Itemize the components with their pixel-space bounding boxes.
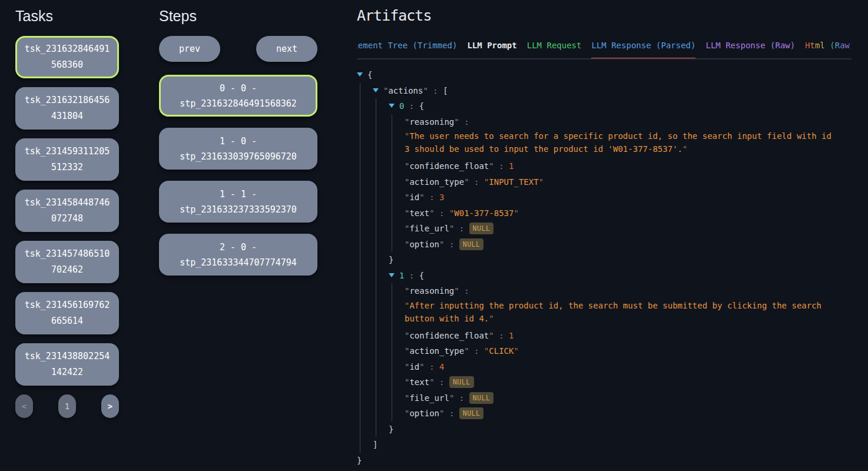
json-property-row: "action_type" : "INPUT_TEXT" — [405, 174, 852, 190]
json-property-row: "reasoning" : "After inputting the produ… — [405, 283, 852, 325]
json-number-value: 4 — [439, 362, 444, 372]
steps-prev-button[interactable]: prev — [159, 36, 220, 62]
tab-llm-response-parsed[interactable]: LLM Response (Parsed) — [591, 40, 695, 59]
json-key: "text" — [405, 208, 435, 218]
json-colon: : — [459, 117, 469, 127]
json-close-brace: ] — [373, 440, 377, 449]
page-number-button[interactable]: 1 — [58, 394, 76, 418]
json-null-badge: NULL — [449, 376, 474, 388]
json-number-value: 1 — [509, 331, 513, 340]
steps-nav: prev next — [159, 36, 317, 62]
json-colon: : — [494, 161, 509, 171]
json-node-row: { — [357, 67, 852, 83]
json-key: "file_url" — [405, 224, 454, 233]
task-button[interactable]: tsk_231632846491568360 — [15, 36, 119, 78]
step-button[interactable]: 0 - 0 - stp_231632846491568362 — [159, 75, 317, 117]
json-property-row: "text" : "W01-377-8537" — [405, 205, 852, 221]
steps-panel: Steps prev next 0 - 0 - stp_231632846491… — [159, 7, 317, 287]
task-button[interactable]: tsk_231457486510702462 — [15, 241, 119, 283]
json-close-brace: } — [389, 255, 393, 264]
tab-html-raw[interactable]: Html (Raw) — [805, 40, 852, 59]
expander-icon[interactable] — [373, 88, 379, 92]
json-null-badge: NULL — [469, 392, 494, 404]
json-open-brace: [ — [443, 86, 448, 95]
expander-icon[interactable] — [357, 72, 363, 77]
json-null-badge: NULL — [459, 238, 484, 250]
json-property-row: "id" : 3 — [405, 190, 852, 205]
task-button[interactable]: tsk_231458448746072748 — [15, 190, 119, 232]
page-next-button[interactable]: > — [101, 394, 119, 418]
json-key: "file_url" — [405, 393, 454, 403]
json-string-value: "CLICK" — [484, 346, 519, 356]
step-button[interactable]: 1 - 1 - stp_231633237333592370 — [159, 181, 317, 223]
json-key: "action_type" — [405, 177, 469, 187]
json-close-brace: } — [357, 456, 362, 465]
json-property-row: "confidence_float" : 1 — [405, 158, 852, 174]
artifacts-tabs: Element Tree (Trimmed)LLM PromptLLM Requ… — [357, 40, 852, 59]
json-colon: : — [404, 271, 419, 280]
task-button[interactable]: tsk_231459311205512332 — [15, 138, 119, 181]
tasks-panel: Tasks tsk_231632846491568360tsk_23163218… — [15, 7, 119, 418]
json-colon: : — [425, 362, 439, 372]
artifacts-title: Artifacts — [357, 7, 852, 25]
json-colon: : — [454, 393, 469, 403]
json-colon: : — [425, 193, 439, 202]
json-property-row: "text" : NULL — [405, 374, 852, 390]
json-colon: : — [444, 240, 459, 249]
json-node-close-row: ] — [373, 437, 852, 453]
json-number-value: 3 — [439, 193, 444, 202]
task-button[interactable]: tsk_231632186456431804 — [15, 87, 119, 130]
json-node-row: 1 : { — [389, 268, 852, 284]
json-number-value: 1 — [509, 161, 513, 171]
tasks-list: tsk_231632846491568360tsk_23163218645643… — [15, 36, 119, 386]
page-prev-button[interactable]: < — [15, 394, 33, 418]
json-key: "option" — [405, 240, 444, 249]
json-property-row: "option" : NULL — [405, 406, 852, 422]
json-key: "reasoning" — [405, 117, 459, 127]
json-key: "text" — [405, 377, 435, 387]
task-button[interactable]: tsk_231456169762665614 — [15, 292, 119, 334]
json-colon: : — [404, 101, 419, 111]
steps-list: 0 - 0 - stp_2316328464915683621 - 0 - st… — [159, 75, 317, 276]
json-tree-viewer: {"actions" : [0 : {"reasoning" : "The us… — [357, 67, 852, 468]
expander-icon[interactable] — [389, 273, 395, 277]
json-node-row: "actions" : [ — [373, 83, 852, 99]
json-children: "reasoning" : "The user needs to search … — [392, 114, 852, 253]
json-colon: : — [469, 346, 484, 356]
task-button[interactable]: tsk_231438802254142422 — [15, 343, 119, 386]
json-node-close-row: } — [357, 453, 852, 469]
json-string-value: "W01-377-8537" — [449, 208, 519, 218]
json-property-row: "action_type" : "CLICK" — [405, 343, 852, 359]
tab-element-tree-trimmed[interactable]: Element Tree (Trimmed) — [357, 40, 457, 59]
json-node-close-row: } — [389, 422, 852, 437]
json-colon: : — [435, 208, 449, 218]
json-children: "actions" : [0 : {"reasoning" : "The use… — [360, 83, 852, 453]
json-colon: : — [469, 177, 484, 187]
steps-next-button[interactable]: next — [256, 36, 317, 62]
json-colon: : — [494, 331, 509, 340]
json-key: "id" — [405, 362, 425, 372]
json-key: "id" — [405, 193, 425, 202]
json-key: "confidence_float" — [405, 161, 494, 171]
artifacts-panel: Artifacts Element Tree (Trimmed)LLM Prom… — [357, 7, 852, 468]
json-colon: : — [454, 224, 469, 233]
json-colon: : — [428, 86, 443, 95]
json-colon: : — [459, 286, 469, 296]
tab-llm-response-raw[interactable]: LLM Response (Raw) — [705, 40, 795, 59]
step-button[interactable]: 1 - 0 - stp_231633039765096720 — [159, 128, 317, 170]
step-button[interactable]: 2 - 0 - stp_231633344707774794 — [159, 234, 317, 276]
expander-icon[interactable] — [389, 104, 395, 108]
json-open-brace: { — [419, 271, 424, 280]
json-close-brace: } — [389, 424, 393, 434]
tab-llm-prompt[interactable]: LLM Prompt — [467, 40, 516, 59]
json-property-row: "file_url" : NULL — [405, 390, 852, 406]
tab-llm-request[interactable]: LLM Request — [527, 40, 582, 59]
json-null-badge: NULL — [469, 223, 494, 234]
json-string-value: "After inputting the product id, the sea… — [405, 299, 834, 325]
json-node-close-row: } — [389, 252, 852, 268]
json-key: "option" — [405, 409, 444, 418]
json-property-row: "confidence_float" : 1 — [405, 328, 852, 344]
json-null-badge: NULL — [459, 407, 484, 419]
json-key: "action_type" — [405, 346, 469, 356]
json-children: 0 : {"reasoning" : "The user needs to se… — [376, 98, 852, 437]
